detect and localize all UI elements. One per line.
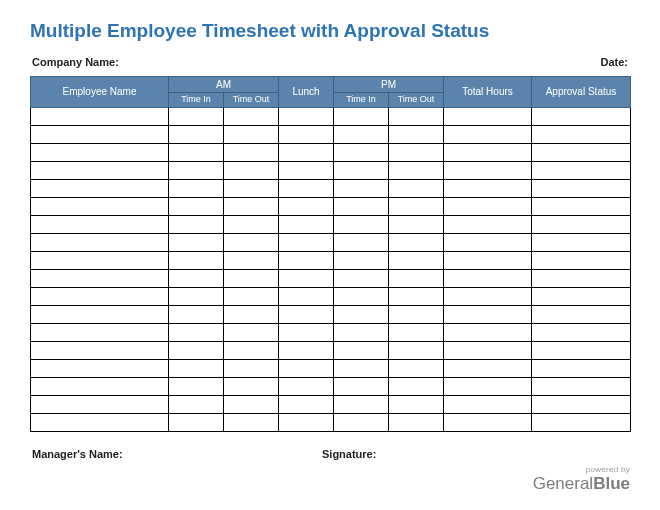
table-cell[interactable] — [334, 197, 389, 215]
table-cell[interactable] — [169, 269, 224, 287]
table-cell[interactable] — [532, 251, 631, 269]
table-cell[interactable] — [279, 125, 334, 143]
table-cell[interactable] — [31, 215, 169, 233]
table-cell[interactable] — [279, 269, 334, 287]
table-cell[interactable] — [279, 395, 334, 413]
table-cell[interactable] — [532, 395, 631, 413]
table-cell[interactable] — [169, 341, 224, 359]
table-cell[interactable] — [224, 215, 279, 233]
table-cell[interactable] — [224, 413, 279, 431]
table-cell[interactable] — [169, 125, 224, 143]
table-cell[interactable] — [169, 287, 224, 305]
table-cell[interactable] — [169, 377, 224, 395]
table-cell[interactable] — [334, 233, 389, 251]
table-cell[interactable] — [169, 233, 224, 251]
table-cell[interactable] — [444, 269, 532, 287]
table-cell[interactable] — [169, 143, 224, 161]
table-cell[interactable] — [444, 413, 532, 431]
table-cell[interactable] — [31, 341, 169, 359]
table-cell[interactable] — [279, 359, 334, 377]
table-cell[interactable] — [224, 287, 279, 305]
table-cell[interactable] — [444, 377, 532, 395]
table-cell[interactable] — [532, 359, 631, 377]
table-cell[interactable] — [224, 251, 279, 269]
table-cell[interactable] — [279, 215, 334, 233]
table-cell[interactable] — [224, 305, 279, 323]
table-cell[interactable] — [279, 197, 334, 215]
table-cell[interactable] — [224, 179, 279, 197]
table-cell[interactable] — [169, 413, 224, 431]
table-cell[interactable] — [532, 107, 631, 125]
table-cell[interactable] — [334, 269, 389, 287]
table-cell[interactable] — [444, 323, 532, 341]
table-cell[interactable] — [444, 107, 532, 125]
table-cell[interactable] — [31, 179, 169, 197]
table-cell[interactable] — [279, 233, 334, 251]
table-cell[interactable] — [334, 377, 389, 395]
table-cell[interactable] — [444, 197, 532, 215]
table-cell[interactable] — [279, 107, 334, 125]
table-cell[interactable] — [169, 251, 224, 269]
table-cell[interactable] — [279, 143, 334, 161]
table-cell[interactable] — [224, 233, 279, 251]
table-cell[interactable] — [334, 323, 389, 341]
table-cell[interactable] — [224, 143, 279, 161]
table-cell[interactable] — [532, 287, 631, 305]
table-cell[interactable] — [389, 395, 444, 413]
table-cell[interactable] — [31, 305, 169, 323]
table-cell[interactable] — [31, 269, 169, 287]
table-cell[interactable] — [532, 341, 631, 359]
table-cell[interactable] — [31, 287, 169, 305]
table-cell[interactable] — [532, 269, 631, 287]
table-cell[interactable] — [31, 359, 169, 377]
table-cell[interactable] — [31, 143, 169, 161]
table-cell[interactable] — [169, 359, 224, 377]
table-cell[interactable] — [279, 377, 334, 395]
table-cell[interactable] — [532, 179, 631, 197]
table-cell[interactable] — [169, 395, 224, 413]
table-cell[interactable] — [444, 251, 532, 269]
table-cell[interactable] — [389, 377, 444, 395]
table-cell[interactable] — [224, 359, 279, 377]
table-cell[interactable] — [444, 359, 532, 377]
table-cell[interactable] — [444, 215, 532, 233]
table-cell[interactable] — [389, 287, 444, 305]
table-cell[interactable] — [334, 251, 389, 269]
table-cell[interactable] — [532, 197, 631, 215]
table-cell[interactable] — [279, 179, 334, 197]
table-cell[interactable] — [532, 125, 631, 143]
table-cell[interactable] — [532, 215, 631, 233]
table-cell[interactable] — [389, 269, 444, 287]
table-cell[interactable] — [334, 215, 389, 233]
table-cell[interactable] — [169, 179, 224, 197]
table-cell[interactable] — [279, 287, 334, 305]
table-cell[interactable] — [532, 233, 631, 251]
table-cell[interactable] — [444, 341, 532, 359]
table-cell[interactable] — [224, 125, 279, 143]
table-cell[interactable] — [334, 161, 389, 179]
table-cell[interactable] — [334, 179, 389, 197]
table-cell[interactable] — [169, 215, 224, 233]
table-cell[interactable] — [169, 305, 224, 323]
table-cell[interactable] — [279, 251, 334, 269]
table-cell[interactable] — [389, 251, 444, 269]
table-cell[interactable] — [31, 251, 169, 269]
table-cell[interactable] — [31, 125, 169, 143]
table-cell[interactable] — [532, 413, 631, 431]
table-cell[interactable] — [389, 215, 444, 233]
table-cell[interactable] — [532, 377, 631, 395]
table-cell[interactable] — [31, 395, 169, 413]
table-cell[interactable] — [444, 233, 532, 251]
table-cell[interactable] — [389, 413, 444, 431]
table-cell[interactable] — [31, 413, 169, 431]
table-cell[interactable] — [532, 143, 631, 161]
table-cell[interactable] — [334, 143, 389, 161]
table-cell[interactable] — [334, 359, 389, 377]
table-cell[interactable] — [389, 161, 444, 179]
table-cell[interactable] — [389, 305, 444, 323]
table-cell[interactable] — [224, 323, 279, 341]
table-cell[interactable] — [389, 323, 444, 341]
table-cell[interactable] — [444, 125, 532, 143]
table-cell[interactable] — [169, 107, 224, 125]
table-cell[interactable] — [389, 179, 444, 197]
